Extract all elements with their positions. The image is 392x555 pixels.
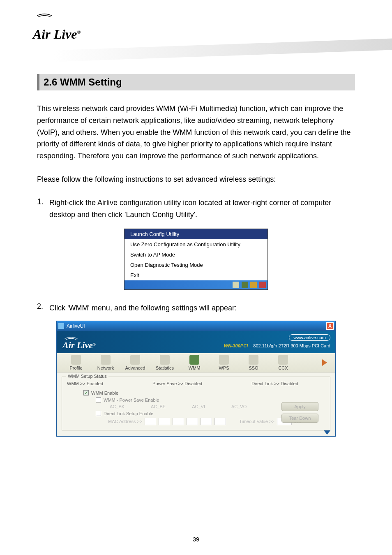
status-directlink: Direct Link >> Disabled — [251, 381, 298, 386]
app-brand: Air Live — [62, 340, 93, 350]
mac-input-6[interactable] — [214, 418, 226, 425]
app-brand-reg: ® — [93, 342, 96, 347]
tab-statistics[interactable]: Statistics — [154, 355, 176, 370]
window-title: AirliveUI — [67, 323, 85, 329]
ac-vo-label: AC_VO — [231, 404, 247, 409]
button-column: Apply Tear Down — [281, 402, 318, 423]
step-2-number: 2. — [37, 302, 49, 314]
ac-be-label: AC_BE — [151, 404, 166, 409]
model-name: WN-300PCI — [224, 343, 248, 348]
next-arrow-icon[interactable] — [322, 359, 327, 366]
tab-label: WPS — [219, 365, 229, 370]
instructions-lead: Please follow the following instructions… — [37, 173, 355, 185]
advanced-icon — [130, 355, 140, 365]
model-desc: 802.11b/g/n 2T2R 300 Mbps PCI Card — [253, 343, 330, 348]
tab-profile[interactable]: Profile — [65, 355, 87, 370]
powersave-enable-label: WMM - Power Save Enable — [104, 398, 159, 402]
header-decoration — [53, 28, 392, 65]
status-wmm: WMM >> Enabled — [67, 381, 103, 386]
status-row: WMM >> Enabled Power Save >> Disabled Di… — [67, 381, 325, 386]
ac-vi-label: AC_VI — [192, 404, 205, 409]
system-tray — [125, 280, 267, 289]
menu-launch-config[interactable]: Launch Config Utility — [125, 229, 267, 239]
app-header: Air Live® www.airlive.com WN-300PCI 802.… — [57, 331, 335, 353]
menu-exit[interactable]: Exit — [125, 270, 267, 280]
tray-icon — [250, 282, 257, 288]
wps-icon — [219, 355, 229, 365]
apply-button[interactable]: Apply — [281, 402, 318, 411]
tray-icon — [242, 282, 248, 288]
context-menu: Launch Config Utility Use Zero Configura… — [124, 229, 268, 290]
wmm-enable-checkbox[interactable]: ✓ — [83, 390, 89, 395]
tab-label: Advanced — [125, 365, 145, 370]
tab-advanced[interactable]: Advanced — [124, 355, 146, 370]
menu-diagnostic[interactable]: Open Diagnostic Testing Mode — [125, 260, 267, 270]
tab-wmm[interactable]: WMM — [183, 355, 205, 370]
fieldset-legend: WMM Setup Status — [66, 374, 108, 379]
tab-label: Network — [97, 365, 114, 370]
mac-input-4[interactable] — [187, 418, 198, 425]
tab-wps[interactable]: WPS — [213, 355, 235, 370]
directlink-enable-label: Direct Link Setup Enable — [104, 411, 153, 416]
tray-icon — [233, 282, 239, 288]
tab-label: Statistics — [156, 365, 174, 370]
powersave-enable-checkbox[interactable] — [96, 397, 101, 402]
ccx-icon — [278, 355, 288, 365]
mac-label: MAC Address >> — [108, 419, 142, 424]
tab-label: SSO — [249, 365, 258, 370]
close-button[interactable]: X — [326, 322, 334, 330]
tab-sso[interactable]: SSO — [242, 355, 265, 370]
mac-input-3[interactable] — [173, 418, 184, 425]
model-row: WN-300PCI 802.11b/g/n 2T2R 300 Mbps PCI … — [224, 343, 330, 348]
ac-be: AC_BE — [149, 404, 166, 409]
wmm-fieldset: WMM Setup Status WMM >> Enabled Power Sa… — [62, 377, 330, 430]
timeout-label: Timeout Value >> — [239, 419, 274, 424]
mac-input-5[interactable] — [201, 418, 212, 425]
expand-down-icon[interactable] — [324, 430, 330, 435]
directlink-enable-checkbox[interactable] — [96, 411, 101, 416]
profile-icon — [71, 355, 81, 365]
ac-vo: AC_VO — [230, 404, 247, 409]
network-icon — [101, 355, 111, 365]
step-2: 2. Click 'WMM' menu, and the following s… — [37, 302, 355, 314]
tab-label: Profile — [69, 365, 82, 370]
statistics-icon — [160, 355, 170, 365]
mac-input-1[interactable] — [145, 418, 156, 425]
step-1-number: 1. — [37, 197, 49, 221]
intro-paragraph: This wireless network card provides WMM … — [37, 103, 355, 162]
page-number: 39 — [0, 536, 392, 543]
sso-icon — [249, 355, 258, 365]
tray-icon — [259, 282, 266, 288]
airlive-ui-window: AirliveUI X Air Live® www.airlive.com WN… — [56, 321, 336, 437]
mac-input-2[interactable] — [159, 418, 170, 425]
step-2-text: Click 'WMM' menu, and the following sett… — [49, 302, 237, 314]
wmm-enable-label: WMM Enable — [91, 391, 118, 395]
status-powersave: Power Save >> Disabled — [152, 381, 202, 386]
titlebar: AirliveUI X — [57, 321, 335, 331]
wmm-icon — [189, 355, 199, 365]
teardown-button[interactable]: Tear Down — [281, 414, 318, 423]
wmm-panel: WMM Setup Status WMM >> Enabled Power Sa… — [57, 372, 335, 436]
menu-use-zero-config[interactable]: Use Zero Configuration as Configuration … — [125, 239, 267, 250]
ac-vi: AC_VI — [190, 404, 205, 409]
app-icon — [58, 323, 64, 329]
tab-label: WMM — [189, 365, 201, 370]
ac-bk-label: AC_BK — [110, 404, 125, 409]
tab-row: Profile Network Advanced Statistics WMM … — [57, 353, 335, 372]
step-1: 1. Right-click the Airlive configuration… — [37, 197, 355, 221]
ac-bk: AC_BK — [108, 404, 125, 409]
tab-ccx[interactable]: CCX — [272, 355, 294, 370]
tab-label: CCX — [278, 365, 288, 370]
step-1-text: Right-click the Airlive configuration ut… — [49, 197, 355, 221]
menu-switch-ap[interactable]: Switch to AP Mode — [125, 250, 267, 260]
section-heading: 2.6 WMM Setting — [37, 74, 355, 90]
url-badge[interactable]: www.airlive.com — [289, 334, 330, 341]
wmm-enable-row: ✓ WMM Enable — [83, 390, 325, 395]
tab-network[interactable]: Network — [95, 355, 117, 370]
